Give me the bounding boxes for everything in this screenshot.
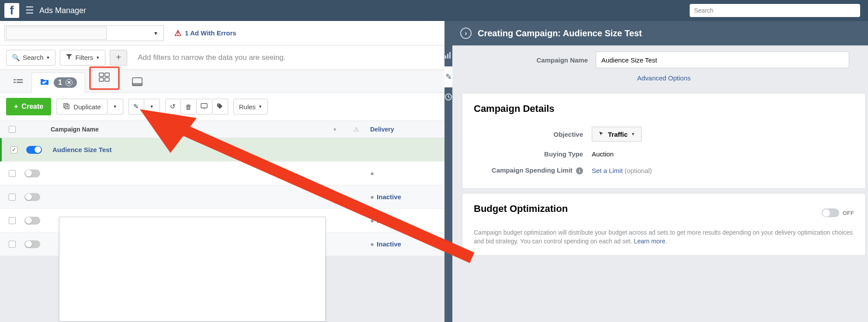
filters-button[interactable]: Filters ▼ bbox=[60, 50, 105, 66]
svg-rect-14 bbox=[445, 55, 446, 59]
search-button[interactable]: 🔍 Search ▼ bbox=[6, 50, 56, 66]
duplicate-button-label: Duplicate bbox=[73, 103, 101, 111]
add-filter-button[interactable]: + bbox=[110, 50, 127, 66]
table-row[interactable]: ●Inactive bbox=[0, 185, 444, 209]
rules-dropdown[interactable]: Rules ▼ bbox=[233, 99, 268, 114]
global-search-input[interactable] bbox=[690, 4, 860, 17]
duplicate-button[interactable]: Duplicate bbox=[56, 99, 108, 114]
col-header-warnings[interactable]: ⚠ bbox=[347, 126, 366, 133]
filters-button-label: Filters bbox=[75, 54, 93, 61]
campaign-icon bbox=[40, 78, 49, 88]
delivery-cell: ●Inactive bbox=[366, 193, 444, 201]
budget-optimization-toggle[interactable] bbox=[822, 208, 839, 217]
pencil-icon: ✎ bbox=[133, 103, 139, 111]
tab-adsets[interactable] bbox=[85, 64, 124, 92]
search-icon: 🔍 bbox=[12, 54, 20, 62]
caret-down-icon: ▼ bbox=[113, 104, 117, 109]
col-header-delivery[interactable]: Delivery bbox=[366, 126, 444, 133]
edit-dropdown[interactable]: ▼ bbox=[144, 99, 160, 114]
annotation-highlight bbox=[89, 66, 120, 90]
table-row[interactable]: ✓ Audience Size Test bbox=[0, 138, 444, 162]
side-tab-edit[interactable]: ✎ bbox=[444, 66, 452, 87]
adset-icon bbox=[93, 70, 116, 87]
cursor-icon bbox=[598, 131, 604, 138]
svg-rect-12 bbox=[201, 104, 207, 108]
svg-rect-5 bbox=[105, 73, 109, 76]
row-checkbox[interactable] bbox=[9, 194, 16, 201]
status-toggle[interactable] bbox=[24, 240, 40, 248]
list-icon bbox=[14, 78, 23, 88]
selected-count: 1 bbox=[58, 79, 62, 87]
collapse-panel-button[interactable]: › bbox=[460, 28, 472, 39]
budget-optimization-heading: Budget Optimization bbox=[474, 203, 568, 215]
svg-rect-15 bbox=[447, 54, 448, 59]
account-bar: ▼ ⚠ 1 Ad With Errors bbox=[0, 21, 444, 45]
status-toggle[interactable] bbox=[24, 170, 40, 177]
row-checkbox[interactable] bbox=[9, 241, 16, 248]
duplicate-icon bbox=[63, 103, 70, 111]
revert-button[interactable]: ↺ bbox=[165, 99, 181, 114]
selected-count-pill[interactable]: 1 ✕ bbox=[54, 77, 77, 88]
status-toggle[interactable] bbox=[26, 146, 42, 154]
row-checkbox[interactable] bbox=[9, 217, 16, 224]
buying-type-value: Auction bbox=[592, 150, 614, 158]
campaign-name-link[interactable]: Audience Size Test bbox=[52, 146, 112, 153]
status-toggle[interactable] bbox=[24, 193, 40, 201]
filter-placeholder-text: Add filters to narrow the data you are s… bbox=[138, 53, 285, 62]
clear-selection-icon[interactable]: ✕ bbox=[66, 79, 73, 86]
menu-icon[interactable]: ☰ bbox=[25, 5, 34, 16]
ad-errors-link[interactable]: ⚠ 1 Ad With Errors bbox=[174, 28, 236, 38]
set-limit-link[interactable]: Set a Limit bbox=[592, 167, 623, 174]
right-panel-title: Creating Campaign: Audience Size Test bbox=[478, 28, 642, 38]
pencil-icon: ✎ bbox=[445, 72, 452, 82]
blank-overlay bbox=[59, 217, 326, 322]
create-button[interactable]: + Create bbox=[6, 98, 51, 115]
right-sidestrip: ✎ bbox=[444, 21, 452, 322]
objective-value: Traffic bbox=[608, 131, 628, 138]
caret-down-icon: ▼ bbox=[150, 104, 154, 109]
advanced-options-link[interactable]: Advanced Options bbox=[452, 74, 868, 89]
select-all-checkbox[interactable] bbox=[9, 126, 16, 133]
revert-icon: ↺ bbox=[170, 103, 176, 111]
delete-button[interactable]: 🗑 bbox=[181, 99, 197, 114]
table-row[interactable]: ● bbox=[0, 162, 444, 185]
svg-rect-0 bbox=[14, 79, 16, 80]
spending-limit-label: Campaign Spending Limit i bbox=[474, 166, 583, 174]
row-checkbox[interactable]: ✓ bbox=[10, 146, 17, 153]
svg-point-13 bbox=[218, 104, 219, 105]
tab-campaigns[interactable]: 1 ✕ bbox=[31, 73, 85, 93]
row-checkbox[interactable] bbox=[9, 170, 16, 177]
info-icon[interactable]: i bbox=[576, 167, 583, 174]
campaign-details-heading: Campaign Details bbox=[474, 103, 854, 114]
plus-icon: + bbox=[14, 103, 18, 111]
level-tab-bar: 1 ✕ bbox=[0, 70, 444, 93]
page-title: Ads Manager bbox=[39, 6, 86, 15]
svg-rect-3 bbox=[17, 82, 23, 83]
account-dropdown[interactable]: ▼ bbox=[4, 25, 164, 41]
facebook-logo-icon[interactable]: f bbox=[4, 3, 19, 18]
learn-more-link[interactable]: Learn more. bbox=[634, 238, 667, 245]
campaign-name-input[interactable] bbox=[596, 52, 849, 68]
budget-optimization-description: Campaign budget optimization will distri… bbox=[474, 229, 854, 246]
tab-account-overview[interactable] bbox=[5, 73, 31, 92]
status-toggle[interactable] bbox=[24, 217, 40, 225]
objective-dropdown[interactable]: Traffic ▼ bbox=[592, 127, 642, 142]
duplicate-dropdown[interactable]: ▼ bbox=[108, 99, 123, 114]
side-tab-history[interactable] bbox=[444, 87, 452, 108]
svg-rect-6 bbox=[99, 78, 104, 81]
delivery-cell: ● bbox=[366, 170, 444, 177]
delivery-cell: ●Inactive bbox=[366, 217, 444, 224]
objective-label: Objective bbox=[474, 131, 583, 138]
tab-ads[interactable] bbox=[124, 73, 151, 92]
edit-button[interactable]: ✎ bbox=[128, 99, 144, 114]
rules-label: Rules bbox=[239, 103, 256, 111]
col-header-name-label: Campaign Name bbox=[51, 126, 99, 133]
chart-icon bbox=[444, 51, 452, 61]
preview-button[interactable] bbox=[197, 99, 212, 114]
tag-button[interactable] bbox=[212, 99, 228, 114]
buying-type-label: Buying Type bbox=[474, 150, 583, 158]
filter-bar: 🔍 Search ▼ Filters ▼ + Add filters to na… bbox=[0, 45, 444, 70]
side-tab-performance[interactable] bbox=[444, 45, 452, 66]
svg-rect-4 bbox=[99, 73, 104, 76]
col-header-name[interactable]: Campaign Name ▼ bbox=[48, 126, 347, 133]
